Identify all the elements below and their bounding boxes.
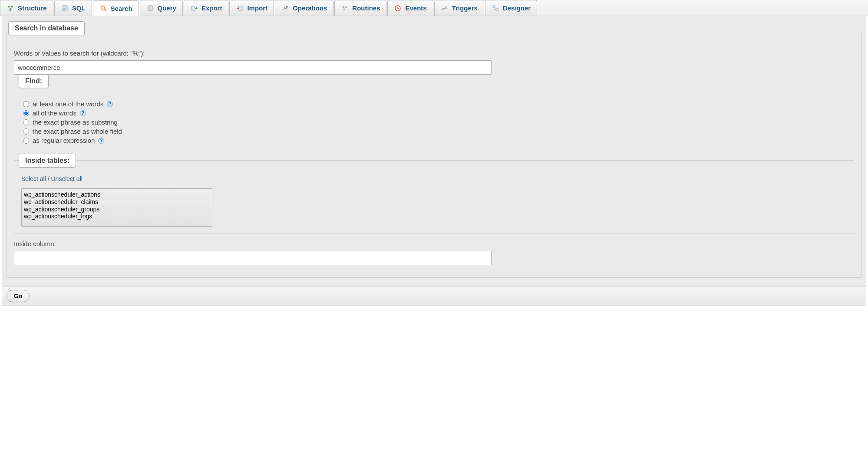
find-radio[interactable]: [23, 138, 29, 144]
top-tabs: StructureSQLSearchQueryExportImportOpera…: [0, 0, 868, 16]
tab-triggers[interactable]: Triggers: [434, 0, 484, 16]
find-option-label: at least one of the words: [33, 100, 103, 108]
find-legend: Find:: [19, 74, 49, 88]
structure-icon: [7, 4, 14, 12]
search-label: Words or values to search for (wildcard:…: [14, 49, 854, 57]
tab-search[interactable]: Search: [93, 0, 139, 16]
go-button[interactable]: Go: [7, 290, 30, 302]
tab-label: Triggers: [452, 4, 478, 12]
tab-routines[interactable]: Routines: [334, 0, 386, 16]
tab-import[interactable]: Import: [229, 0, 274, 16]
events-icon: [394, 4, 402, 12]
svg-line-5: [104, 9, 106, 11]
search-form: Words or values to search for (wildcard:…: [7, 32, 861, 278]
svg-point-10: [343, 6, 344, 7]
svg-point-12: [343, 8, 345, 10]
tab-operations[interactable]: Operations: [275, 0, 333, 16]
table-option[interactable]: wp_actionscheduler_logs: [24, 213, 210, 220]
find-radio[interactable]: [23, 128, 29, 135]
find-option-label: all of the words: [33, 109, 76, 117]
routines-icon: [341, 4, 349, 12]
svg-rect-2: [10, 9, 11, 11]
tab-label: Export: [201, 4, 222, 12]
table-option[interactable]: wp_actionscheduler_groups: [24, 206, 210, 213]
svg-rect-7: [191, 6, 195, 10]
tab-query[interactable]: Query: [140, 0, 183, 16]
tab-structure[interactable]: Structure: [0, 0, 53, 16]
help-icon[interactable]: ?: [98, 138, 104, 144]
tab-export[interactable]: Export: [184, 0, 229, 16]
tab-label: Routines: [352, 4, 380, 12]
operations-icon: [281, 4, 289, 12]
find-fieldset: Find: at least one of the words?all of t…: [14, 81, 854, 154]
search-input[interactable]: [14, 60, 492, 75]
query-icon: [146, 4, 154, 12]
svg-point-9: [286, 6, 287, 8]
find-option[interactable]: the exact phrase as substring: [23, 118, 845, 126]
find-option[interactable]: at least one of the words?: [23, 100, 845, 108]
svg-rect-16: [493, 6, 495, 7]
tables-multiselect[interactable]: wp_actionscheduler_actionswp_actionsched…: [21, 188, 212, 227]
find-option[interactable]: as regular expression?: [23, 137, 845, 144]
tab-designer[interactable]: Designer: [485, 0, 537, 16]
inside-column-input[interactable]: [14, 251, 492, 265]
tab-label: Query: [158, 4, 176, 12]
svg-rect-15: [445, 7, 447, 9]
inside-tables-fieldset: Inside tables: Select all / Unselect all…: [14, 160, 854, 234]
select-all-row: Select all / Unselect all: [21, 175, 847, 182]
tab-label: Events: [405, 4, 426, 12]
inside-column-label: Inside column:: [14, 240, 854, 247]
find-option-label: the exact phrase as substring: [33, 118, 118, 126]
designer-icon: [492, 4, 499, 12]
find-radio[interactable]: [23, 101, 29, 107]
tab-sql[interactable]: SQL: [54, 0, 92, 16]
find-radio-group: at least one of the words?all of the wor…: [21, 96, 847, 147]
svg-rect-6: [148, 6, 152, 11]
svg-point-11: [345, 6, 347, 8]
tab-label: SQL: [72, 4, 86, 12]
triggers-icon: [441, 4, 449, 12]
svg-rect-14: [442, 8, 444, 10]
find-option-label: the exact phrase as whole field: [33, 128, 122, 135]
find-option-label: as regular expression: [33, 137, 95, 144]
tab-events[interactable]: Events: [387, 0, 433, 16]
help-icon[interactable]: ?: [107, 101, 113, 107]
tab-label: Operations: [293, 4, 327, 12]
find-radio[interactable]: [23, 110, 29, 116]
svg-point-4: [101, 6, 104, 10]
find-option[interactable]: the exact phrase as whole field: [23, 128, 845, 135]
tab-label: Search: [111, 5, 132, 12]
select-all-link[interactable]: Select all: [21, 175, 46, 182]
import-icon: [236, 4, 244, 12]
search-panel: Search in database Words or values to se…: [2, 16, 866, 286]
panel-title: Search in database: [8, 21, 85, 35]
select-separator: /: [46, 175, 51, 182]
unselect-all-link[interactable]: Unselect all: [51, 175, 82, 182]
search-icon: [99, 4, 107, 12]
inside-tables-legend: Inside tables:: [19, 154, 76, 168]
tab-label: Import: [247, 4, 267, 12]
tab-label: Structure: [18, 4, 47, 12]
tab-label: Designer: [503, 4, 531, 12]
svg-rect-17: [496, 9, 498, 10]
export-icon: [190, 4, 198, 12]
footer-bar: Go: [2, 286, 866, 306]
table-option[interactable]: wp_actionscheduler_actions: [24, 191, 210, 198]
sql-icon: [61, 4, 69, 12]
find-radio[interactable]: [23, 119, 29, 125]
svg-rect-8: [239, 6, 242, 10]
svg-rect-0: [8, 6, 10, 7]
table-option[interactable]: wp_actionscheduler_claims: [24, 198, 210, 206]
find-option[interactable]: all of the words?: [23, 109, 845, 117]
help-icon[interactable]: ?: [80, 110, 86, 116]
svg-rect-1: [11, 6, 13, 7]
